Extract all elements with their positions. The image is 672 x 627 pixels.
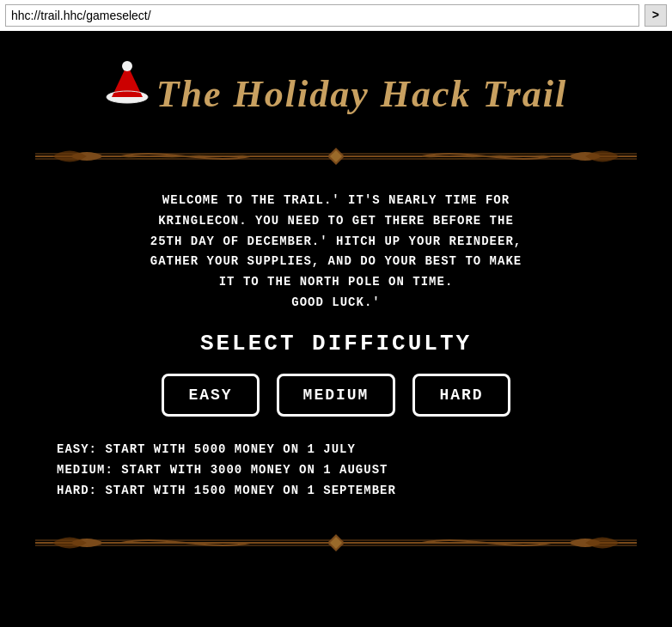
hard-button[interactable]: Hard [412,374,510,417]
hard-desc-text: Start with 1500 money on 1 September [105,484,395,497]
easy-description: Easy: Start with 5000 money on 1 July [57,442,615,456]
medium-button[interactable]: Medium [277,374,396,417]
medium-description: Medium: Start with 3000 money on 1 Augus… [57,463,615,477]
page-title: The Holiday Hack Trail [156,72,568,116]
svg-point-2 [122,61,132,71]
bottom-divider [34,530,638,556]
medium-label: Medium: [57,463,113,477]
welcome-text: Welcome to the Trail.' It's nearly time … [150,191,522,314]
address-bar: > [0,0,672,31]
title-section: The Holiday Hack Trail [105,65,568,122]
easy-label: Easy: [57,442,97,456]
difficulty-buttons: Easy Medium Hard [162,374,510,417]
santa-hat-icon [105,61,150,118]
main-content: The Holiday Hack Trail Welcome to the Tr… [0,31,672,594]
easy-desc-text: Start with 5000 money on 1 July [105,442,355,456]
difficulty-heading: Select Difficulty [200,331,472,356]
hard-description: Hard: Start with 1500 money on 1 Septemb… [57,484,615,497]
go-button[interactable]: > [645,4,667,27]
difficulty-descriptions: Easy: Start with 5000 money on 1 July Me… [57,442,615,504]
hard-label: Hard: [57,484,97,497]
top-divider [34,143,638,169]
url-input[interactable] [5,4,639,27]
medium-desc-text: Start with 3000 money on 1 August [121,463,388,477]
easy-button[interactable]: Easy [162,374,259,417]
